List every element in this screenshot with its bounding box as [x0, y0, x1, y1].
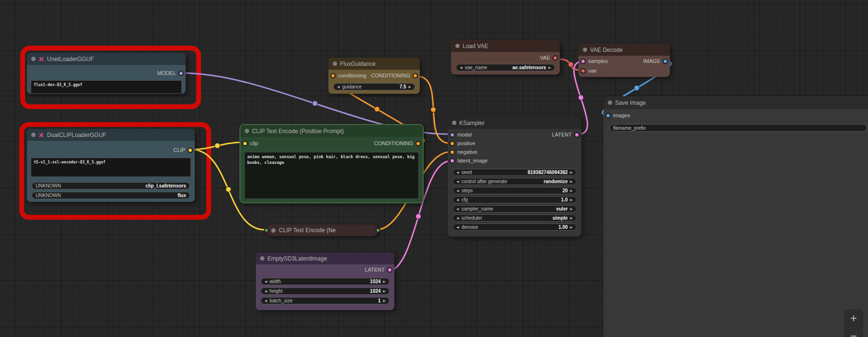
- node-graph-canvas[interactable]: ✕ UnetLoaderGGUF MODEL flux1-dev-Q3_K_S.…: [0, 0, 868, 337]
- link-midpoint-samples[interactable]: [579, 95, 584, 100]
- collapse-dot-icon[interactable]: [455, 44, 460, 48]
- vae-name-widget[interactable]: ◀ vae_name ae.safetensors ▶: [456, 64, 555, 71]
- decrement-arrow-icon[interactable]: ◀: [337, 85, 340, 88]
- collapse-dot-icon[interactable]: [333, 62, 337, 66]
- increment-arrow-icon[interactable]: ▶: [383, 280, 386, 283]
- node-title-bar[interactable]: EmptySD3LatentImage: [256, 252, 394, 264]
- node-title-bar[interactable]: VAE Decode: [579, 44, 670, 56]
- clip-input-slot[interactable]: [242, 141, 248, 146]
- control-after-generate-widget[interactable]: ◀ control after generate randomize ▶: [453, 178, 577, 185]
- collapsed-output-slot[interactable]: [376, 228, 380, 233]
- latent-output-slot[interactable]: [574, 132, 579, 137]
- collapse-dot-icon[interactable]: [583, 48, 587, 52]
- increment-arrow-icon[interactable]: ▶: [383, 289, 386, 293]
- seed-widget[interactable]: ◀ seed 819382746094382 ▶: [453, 169, 577, 176]
- collapsed-input-slot[interactable]: [264, 228, 269, 233]
- link-midpoint-model[interactable]: [313, 101, 318, 106]
- node-title-bar[interactable]: KSampler: [448, 117, 581, 129]
- filename-prefix-widget[interactable]: filename_prefix: [609, 124, 867, 132]
- link-midpoint-vae[interactable]: [568, 62, 574, 67]
- increment-arrow-icon[interactable]: ▶: [409, 85, 411, 88]
- collapse-dot-icon[interactable]: [260, 256, 264, 261]
- decrement-arrow-icon[interactable]: ◀: [456, 171, 459, 174]
- node-vae-decode[interactable]: VAE Decode samples IMAGE vae: [579, 44, 670, 77]
- sampler-name-widget[interactable]: ◀ sampler_name euler ▶: [453, 205, 577, 212]
- conditioning-output-slot[interactable]: [413, 73, 418, 78]
- scheduler-widget[interactable]: ◀ scheduler simple ▶: [453, 214, 577, 222]
- link-midpoint-latent[interactable]: [416, 214, 421, 219]
- zoom-out-button[interactable]: −: [844, 327, 863, 337]
- clip-name-textbox[interactable]: t5-v1_1-xxl-encoder-Q3_K_S.gguf: [31, 158, 191, 177]
- vae-output-slot[interactable]: [553, 55, 558, 61]
- node-clip-text-encode-negative-collapsed[interactable]: CLIP Text Encode (Ne: [266, 225, 378, 236]
- decrement-arrow-icon[interactable]: ◀: [264, 299, 267, 302]
- clip-type-widget[interactable]: UNKNOWN flux: [32, 192, 190, 199]
- decrement-arrow-icon[interactable]: ◀: [460, 66, 462, 69]
- decrement-arrow-icon[interactable]: ◀: [264, 289, 267, 293]
- positive-input-slot[interactable]: [450, 141, 455, 146]
- link-midpoint-clip-positive[interactable]: [215, 143, 220, 149]
- link-midpoint-clip-negative[interactable]: [226, 187, 231, 192]
- collapse-dot-icon[interactable]: [452, 121, 456, 125]
- latent-image-input-slot[interactable]: [450, 158, 455, 163]
- increment-arrow-icon[interactable]: ▶: [549, 66, 551, 69]
- node-title-bar[interactable]: FluxGuidance: [328, 58, 420, 70]
- node-ksampler[interactable]: KSampler model LATENT positive negative …: [448, 117, 581, 237]
- images-input-slot[interactable]: [605, 113, 611, 118]
- collapse-dot-icon[interactable]: [31, 133, 36, 137]
- increment-arrow-icon[interactable]: ▶: [570, 216, 573, 220]
- collapse-dot-icon[interactable]: [271, 228, 276, 233]
- increment-arrow-icon[interactable]: ▶: [570, 198, 573, 201]
- width-widget[interactable]: ◀ width 1024 ▶: [261, 278, 390, 285]
- decrement-arrow-icon[interactable]: ◀: [456, 198, 459, 201]
- batch-size-widget[interactable]: ◀ batch_size 1 ▶: [261, 297, 390, 304]
- samples-input-slot[interactable]: [580, 59, 586, 64]
- decrement-arrow-icon[interactable]: ◀: [456, 225, 459, 229]
- denoise-widget[interactable]: ◀ denoise 1.00 ▶: [453, 224, 577, 231]
- link-midpoint-flux-positive[interactable]: [431, 107, 436, 112]
- unet-name-textbox[interactable]: flux1-dev-Q3_K_S.gguf: [31, 80, 182, 94]
- link-midpoint-image[interactable]: [634, 86, 640, 91]
- latent-output-slot[interactable]: [387, 267, 392, 273]
- increment-arrow-icon[interactable]: ▶: [570, 180, 573, 183]
- model-input-slot[interactable]: [450, 132, 455, 137]
- collapse-dot-icon[interactable]: [245, 129, 249, 133]
- collapse-dot-icon[interactable]: [608, 100, 612, 105]
- clip-output-slot[interactable]: [188, 148, 193, 153]
- height-widget[interactable]: ◀ height 1024 ▶: [261, 287, 390, 295]
- guidance-widget[interactable]: ◀ guidance 7.5 ▶: [333, 83, 415, 90]
- node-clip-text-encode-positive[interactable]: CLIP Text Encode (Positive Prompt) clip …: [239, 124, 424, 203]
- conditioning-output-slot[interactable]: [415, 141, 421, 146]
- collapse-dot-icon[interactable]: [31, 57, 36, 61]
- decrement-arrow-icon[interactable]: ◀: [456, 207, 459, 211]
- model-output-slot[interactable]: [178, 71, 184, 76]
- increment-arrow-icon[interactable]: ▶: [570, 171, 573, 174]
- node-title-bar[interactable]: ✕ DualCLIPLoaderGGUF: [27, 129, 195, 141]
- node-title-bar[interactable]: CLIP Text Encode (Positive Prompt): [240, 125, 423, 137]
- link-midpoint-conditioning-flux[interactable]: [375, 107, 380, 112]
- node-unetloadergguf[interactable]: ✕ UnetLoaderGGUF MODEL flux1-dev-Q3_K_S.…: [27, 53, 186, 94]
- increment-arrow-icon[interactable]: ▶: [570, 189, 573, 192]
- node-empty-sd3-latent-image[interactable]: EmptySD3LatentImage LATENT ◀ width 1024 …: [256, 252, 394, 310]
- decrement-arrow-icon[interactable]: ◀: [456, 216, 459, 220]
- negative-input-slot[interactable]: [450, 150, 455, 155]
- clip-name2-widget[interactable]: UNKNOWN clip_l.safetensors: [32, 182, 190, 189]
- increment-arrow-icon[interactable]: ▶: [383, 299, 386, 302]
- steps-widget[interactable]: ◀ steps 20 ▶: [453, 187, 577, 194]
- image-output-slot[interactable]: [663, 59, 668, 64]
- decrement-arrow-icon[interactable]: ◀: [264, 280, 267, 283]
- node-load-vae[interactable]: Load VAE VAE ◀ vae_name ae.safetensors ▶: [451, 40, 560, 75]
- node-save-image[interactable]: Save Image images filename_prefix: [604, 96, 868, 337]
- node-fluxguidance[interactable]: FluxGuidance conditioning CONDITIONING ◀…: [328, 58, 420, 94]
- decrement-arrow-icon[interactable]: ◀: [456, 180, 459, 183]
- node-title-bar[interactable]: Save Image: [604, 96, 868, 109]
- node-title-bar[interactable]: ✕ UnetLoaderGGUF: [27, 53, 186, 65]
- prompt-textarea[interactable]: anime woman, sensual pose, pink hair, bl…: [244, 152, 419, 199]
- node-title-bar[interactable]: Load VAE: [451, 40, 560, 52]
- cfg-widget[interactable]: ◀ cfg 1.0 ▶: [453, 196, 577, 203]
- vae-input-slot[interactable]: [580, 68, 586, 74]
- node-dualcliploadergguf[interactable]: ✕ DualCLIPLoaderGGUF CLIP t5-v1_1-xxl-en…: [27, 129, 195, 202]
- zoom-in-button[interactable]: +: [844, 309, 863, 327]
- conditioning-input-slot[interactable]: [330, 73, 336, 78]
- increment-arrow-icon[interactable]: ▶: [570, 225, 573, 229]
